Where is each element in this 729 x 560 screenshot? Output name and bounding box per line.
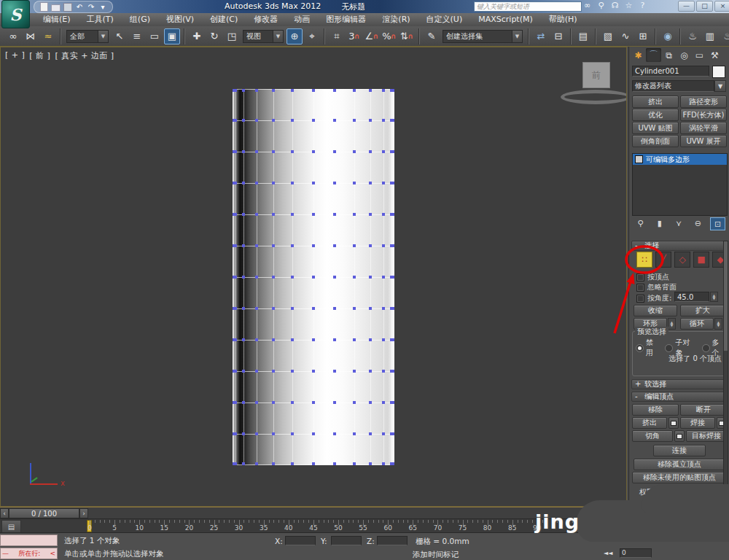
vertex-dot[interactable]: [369, 182, 372, 184]
polygon-subobject-icon[interactable]: ■: [693, 252, 709, 268]
vertex-dot[interactable]: [369, 462, 372, 465]
time-slider-handle[interactable]: 0 / 100: [9, 508, 79, 518]
vertex-dot[interactable]: [255, 119, 258, 122]
window-crossing-icon[interactable]: ▣: [164, 28, 180, 44]
vertex-dot[interactable]: [353, 150, 356, 153]
vertex-dot[interactable]: [391, 182, 394, 184]
vertex-dot[interactable]: [312, 182, 315, 184]
new-file-icon[interactable]: [39, 2, 48, 12]
viewcube[interactable]: 前: [582, 62, 610, 88]
modifier-button-路径变形[interactable]: 路径变形: [680, 96, 727, 108]
angle-snap-icon[interactable]: ∠∩: [364, 28, 380, 44]
by-vertex-checkbox[interactable]: 按顶点: [636, 272, 669, 282]
vertex-dot[interactable]: [272, 462, 275, 465]
menu-item-动画[interactable]: 动画: [286, 13, 318, 26]
vertex-dot[interactable]: [242, 213, 245, 216]
keyboard-override-icon[interactable]: ⌗: [329, 28, 345, 44]
vertex-dot[interactable]: [242, 432, 245, 435]
vertex-dot[interactable]: [255, 370, 258, 373]
modifier-stack[interactable]: 可编辑多边形: [632, 153, 728, 216]
vertex-dot[interactable]: [255, 182, 258, 184]
show-end-result-icon[interactable]: ▮: [652, 217, 666, 229]
stack-item-可编辑多边形[interactable]: 可编辑多边形: [633, 154, 727, 165]
vertex-dot[interactable]: [369, 244, 372, 247]
viewport-menu-general[interactable]: [ + ]: [5, 50, 25, 61]
vertex-dot[interactable]: [242, 119, 245, 122]
save-file-icon[interactable]: [63, 2, 72, 12]
vertex-dot[interactable]: [234, 338, 237, 341]
vertex-dot[interactable]: [353, 213, 356, 216]
vertex-dot[interactable]: [391, 338, 394, 341]
vertex-dot[interactable]: [382, 182, 385, 184]
viewport-menu-pov[interactable]: [ 前 ]: [29, 50, 50, 61]
挤出-settings-button[interactable]: [668, 417, 679, 429]
select-by-name-icon[interactable]: ≡: [129, 28, 145, 44]
vertex-dot[interactable]: [382, 119, 385, 122]
favorites-star-icon[interactable]: ☆: [623, 1, 634, 11]
menu-item-视图(V)[interactable]: 视图(V): [158, 13, 202, 26]
infocenter-search-icon[interactable]: ∞: [582, 1, 593, 11]
vertex-dot[interactable]: [272, 370, 275, 373]
scene-explorer-icon[interactable]: ▧: [600, 28, 616, 44]
vertex-dot[interactable]: [333, 244, 336, 247]
vertex-dot[interactable]: [312, 276, 315, 279]
vertex-dot[interactable]: [382, 244, 385, 247]
vertex-dot[interactable]: [242, 182, 245, 184]
vertex-dot[interactable]: [291, 244, 294, 247]
vertex-dot[interactable]: [312, 213, 315, 216]
soft-selection-rollout-header[interactable]: + 软选择: [631, 379, 727, 389]
vertex-dot[interactable]: [333, 89, 336, 92]
vertex-dot[interactable]: [272, 244, 275, 247]
vertex-dot[interactable]: [312, 244, 315, 247]
vertex-dot[interactable]: [291, 119, 294, 122]
menu-item-自定义(U)[interactable]: 自定义(U): [418, 13, 471, 26]
named-selection-sets-dropdown[interactable]: 创建选择集▼: [443, 30, 523, 43]
vertex-dot[interactable]: [255, 213, 258, 216]
vertex-dot[interactable]: [353, 276, 356, 279]
menu-item-组(G)[interactable]: 组(G): [122, 13, 158, 26]
vertex-dot[interactable]: [234, 244, 237, 247]
grow-button[interactable]: 扩大: [680, 305, 725, 316]
previous-key-icon[interactable]: ◄◄: [604, 550, 612, 556]
time-slider[interactable]: ‹ 0 / 100 ›: [0, 507, 627, 518]
menu-item-修改器[interactable]: 修改器: [246, 13, 286, 26]
vertex-dot[interactable]: [272, 307, 275, 310]
vertex-dot[interactable]: [391, 89, 394, 92]
modifier-list-arrow-icon[interactable]: ▼: [714, 80, 726, 92]
vertex-dot[interactable]: [369, 401, 372, 404]
snaps-toggle-icon[interactable]: 3∩: [346, 28, 362, 44]
modifier-button-UVW 贴图[interactable]: UVW 贴图: [632, 122, 679, 134]
reference-coordinate-dropdown[interactable]: 视图▼: [243, 30, 284, 43]
vertex-dot[interactable]: [291, 89, 294, 92]
vertex-dot[interactable]: [312, 370, 315, 373]
ring-spinner[interactable]: ▲▼: [668, 318, 676, 330]
menu-item-工具(T)[interactable]: 工具(T): [79, 13, 122, 26]
vertex-dot[interactable]: [272, 119, 275, 122]
select-and-link-icon[interactable]: ∞: [5, 28, 21, 44]
modifier-button-UVW 展开[interactable]: UVW 展开: [680, 135, 727, 147]
select-and-rotate-icon[interactable]: ↻: [206, 28, 222, 44]
vertex-dot[interactable]: [369, 276, 372, 279]
application-menu-button[interactable]: S: [1, 0, 30, 28]
vertex-dot[interactable]: [272, 276, 275, 279]
vertex-dot[interactable]: [255, 401, 258, 404]
vertex-dot[interactable]: [353, 370, 356, 373]
vertex-dot[interactable]: [312, 432, 315, 435]
object-color-swatch[interactable]: [712, 66, 725, 78]
vertex-dot[interactable]: [382, 401, 385, 404]
vertex-dot[interactable]: [242, 89, 245, 92]
selection-region-icon[interactable]: ▭: [147, 28, 163, 44]
vertex-dot[interactable]: [291, 307, 294, 310]
vertex-dot[interactable]: [312, 150, 315, 153]
vertex-dot[interactable]: [333, 432, 336, 435]
x-coordinate-field[interactable]: [285, 536, 316, 545]
vertex-dot[interactable]: [234, 213, 237, 216]
vertex-dot[interactable]: [382, 213, 385, 216]
vertex-dot[interactable]: [333, 213, 336, 216]
select-and-scale-icon[interactable]: ◳: [224, 28, 240, 44]
help-icon[interactable]: ?: [637, 1, 648, 11]
selection-filter-dropdown[interactable]: 全部▼: [66, 30, 109, 43]
vertex-dot[interactable]: [255, 89, 258, 92]
vertex-dot[interactable]: [369, 370, 372, 373]
vertex-dot[interactable]: [391, 213, 394, 216]
